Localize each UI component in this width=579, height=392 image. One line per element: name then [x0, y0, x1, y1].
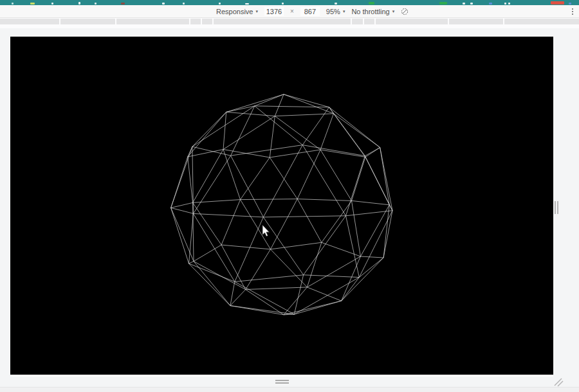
segment-strip: [0, 18, 579, 28]
toolbar-icon-fragment: [569, 3, 571, 4]
throttling-label: No throttling: [351, 8, 389, 15]
toolbar-icon-fragment: [369, 2, 374, 4]
chevron-down-icon: ▾: [343, 9, 345, 13]
resize-handle-bottom[interactable]: [275, 380, 289, 384]
strip-segment: [60, 19, 115, 24]
toolbar-icon-fragment: [489, 3, 492, 4]
toolbar-icon-fragment: [12, 3, 14, 4]
toolbar-icon-fragment: [219, 3, 221, 4]
device-toolbar: Responsive ▾ × 95% ▾ No throttling ▾: [0, 5, 579, 18]
strip-segment: [504, 19, 579, 24]
toolbar-icon-fragment: [30, 3, 35, 4]
zoom-dropdown[interactable]: 95% ▾: [326, 8, 345, 15]
chevron-down-icon: ▾: [255, 9, 258, 13]
zoom-level-label: 95%: [326, 8, 340, 15]
viewport-bottom-gap: [10, 375, 553, 377]
toolbar-icon-fragment: [470, 3, 473, 4]
toolbar-icon-fragment: [78, 2, 80, 4]
strip-segment: [449, 19, 503, 24]
strip-segment: [116, 19, 189, 24]
browser-window: Responsive ▾ × 95% ▾ No throttling ▾: [0, 0, 579, 392]
toolbar-icon-fragment: [183, 3, 185, 4]
toolbar-icon-fragment: [245, 3, 249, 4]
toolbar-icon-fragment: [162, 3, 165, 4]
more-options-button[interactable]: [571, 8, 574, 15]
strip-segment: [214, 19, 351, 24]
strip-segment: [376, 19, 448, 24]
page-viewport[interactable]: [10, 37, 553, 377]
toolbar-icon-fragment: [508, 3, 510, 4]
toolbar-icon-fragment: [121, 3, 125, 4]
strip-segment: [0, 19, 59, 24]
toolbar-icon-fragment: [282, 3, 284, 4]
bottom-strip: [0, 387, 579, 392]
toolbar-icon-fragment: [95, 3, 96, 4]
strip-segment: [352, 19, 363, 24]
no-throttling-icon[interactable]: [401, 8, 409, 15]
toolbar-icon-fragment: [51, 3, 53, 4]
chevron-down-icon: ▾: [392, 9, 395, 13]
throttling-dropdown[interactable]: No throttling ▾: [351, 8, 394, 15]
toolbar-icon-fragment: [504, 3, 506, 4]
toolbar-icon-fragment: [439, 2, 447, 4]
viewport-width-input[interactable]: [264, 7, 284, 16]
toolbar-icon-fragment: [551, 1, 564, 4]
toolbar-icon-fragment: [335, 3, 337, 4]
dimension-separator: ×: [290, 8, 294, 15]
resize-handle-right[interactable]: [555, 201, 558, 214]
strip-segment: [364, 19, 374, 24]
browser-toolbar-edge: [0, 0, 579, 5]
device-type-label: Responsive: [216, 8, 253, 15]
device-type-dropdown[interactable]: Responsive ▾: [216, 8, 258, 15]
strip-segment: [202, 19, 212, 24]
viewport-height-input[interactable]: [300, 7, 320, 16]
device-toolbar-controls: Responsive ▾ × 95% ▾ No throttling ▾: [216, 5, 409, 17]
toolbar-icon-fragment: [463, 3, 465, 4]
strip-segment: [190, 19, 201, 24]
wireframe-sphere: [10, 37, 553, 375]
